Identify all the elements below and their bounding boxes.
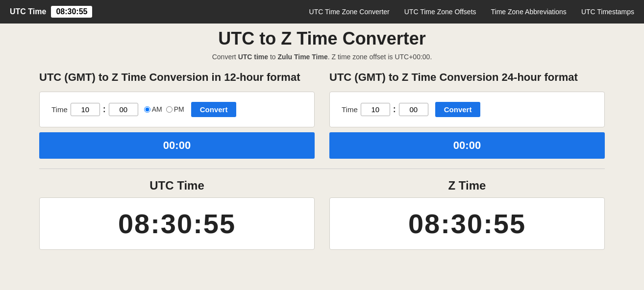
result-bar-12h: 00:00 (39, 132, 315, 159)
time-separator-12h: : (103, 104, 106, 115)
clock-section: UTC Time 08:30:55 Z Time 08:30:55 (39, 179, 605, 250)
main-content: UTC to Z Time Converter Convert UTC time… (0, 24, 644, 265)
am-label: AM (152, 105, 162, 113)
converter-24h-card: Time : Convert (329, 92, 605, 127)
hour-input-12h[interactable] (71, 103, 100, 116)
am-radio[interactable] (144, 106, 150, 113)
converter-24h-heading: UTC (GMT) to Z Time Conversion 24-hour f… (329, 71, 605, 85)
pm-label: PM (174, 105, 184, 113)
navbar-brand-label: UTC Time (10, 7, 46, 16)
navbar-links: UTC Time Zone Converter UTC Time Zone Of… (309, 8, 634, 16)
converter-12h-card: Time : AM PM Convert (39, 92, 315, 127)
subtitle-plain: Convert (212, 53, 238, 61)
convert-button-12h[interactable]: Convert (191, 102, 237, 117)
z-clock-col: Z Time 08:30:55 (329, 179, 605, 250)
utc-clock-display: 08:30:55 (39, 197, 315, 250)
ampm-radio-group: AM PM (144, 105, 184, 113)
z-clock-display: 08:30:55 (329, 197, 605, 250)
navbar: UTC Time 08:30:55 UTC Time Zone Converte… (0, 0, 644, 24)
subtitle-utc: UTC time (238, 53, 268, 61)
hour-input-24h[interactable] (361, 103, 390, 116)
time-label-24h: Time (342, 105, 358, 114)
nav-link-abbreviations[interactable]: Time Zone Abbreviations (491, 8, 567, 16)
time-input-row-12h: Time : AM PM Convert (51, 102, 302, 117)
subtitle-end: . Z time zone offset is UTC+00:00. (328, 53, 432, 61)
am-radio-label[interactable]: AM (144, 105, 162, 113)
pm-radio-label[interactable]: PM (166, 105, 184, 113)
converter-24h-col: UTC (GMT) to Z Time Conversion 24-hour f… (329, 71, 605, 159)
subtitle-zulu: Zulu Time Time (278, 53, 328, 61)
z-clock-title: Z Time (329, 179, 605, 193)
converters-row: UTC (GMT) to Z Time Conversion in 12-hou… (39, 71, 605, 159)
section-divider (39, 169, 605, 169)
minute-input-12h[interactable] (109, 103, 138, 116)
page-title: UTC to Z Time Converter (39, 28, 605, 49)
converter-12h-col: UTC (GMT) to Z Time Conversion in 12-hou… (39, 71, 315, 159)
page-title-area: UTC to Z Time Converter Convert UTC time… (39, 28, 605, 61)
nav-link-offsets[interactable]: UTC Time Zone Offsets (404, 8, 476, 16)
utc-clock-title: UTC Time (39, 179, 315, 193)
converter-12h-heading: UTC (GMT) to Z Time Conversion in 12-hou… (39, 71, 315, 85)
convert-button-24h[interactable]: Convert (435, 102, 481, 117)
nav-link-converter[interactable]: UTC Time Zone Converter (309, 8, 390, 16)
time-input-row-24h: Time : Convert (342, 102, 593, 117)
result-bar-24h: 00:00 (329, 132, 605, 159)
subtitle-mid: to (268, 53, 277, 61)
utc-clock-col: UTC Time 08:30:55 (39, 179, 315, 250)
pm-radio[interactable] (166, 106, 173, 113)
navbar-brand: UTC Time 08:30:55 (10, 6, 92, 18)
time-separator-24h: : (393, 104, 396, 115)
time-label-12h: Time (51, 105, 68, 114)
navbar-current-time: 08:30:55 (51, 6, 92, 18)
minute-input-24h[interactable] (399, 103, 428, 116)
nav-link-timestamps[interactable]: UTC Timestamps (581, 8, 634, 16)
page-subtitle: Convert UTC time to Zulu Time Time. Z ti… (39, 53, 605, 61)
